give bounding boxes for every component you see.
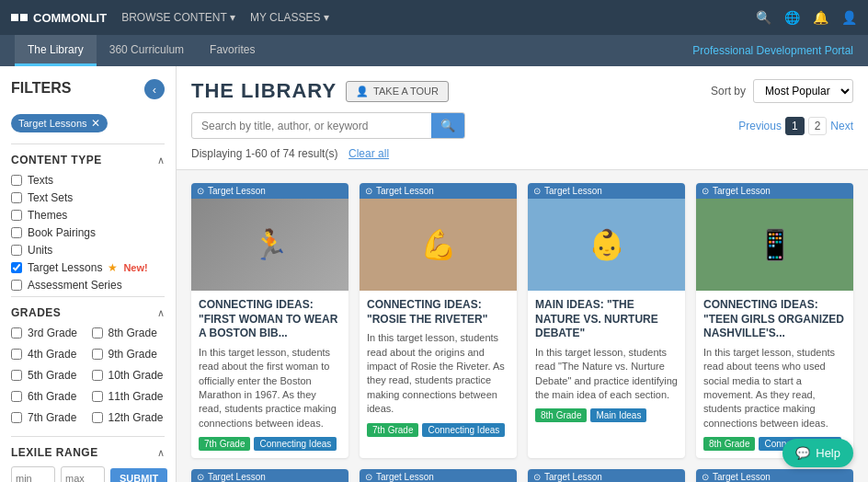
sort-select[interactable]: Most Popular bbox=[753, 79, 853, 103]
clear-all-link[interactable]: Clear all bbox=[348, 147, 389, 160]
star-icon: ★ bbox=[108, 261, 118, 274]
my-classes-nav[interactable]: MY CLASSES ▾ bbox=[250, 11, 329, 24]
help-icon: 💬 bbox=[795, 446, 810, 460]
lexile-inputs: SUBMIT bbox=[11, 466, 165, 482]
filter-text-sets[interactable]: Text Sets bbox=[11, 191, 165, 204]
target-lesson-icon-1: ⊙ bbox=[365, 186, 372, 196]
browse-content-nav[interactable]: BROWSE CONTENT ▾ bbox=[121, 11, 235, 24]
filter-assessment-series[interactable]: Assessment Series bbox=[11, 279, 165, 292]
filter-6th[interactable]: 6th Grade bbox=[11, 390, 85, 403]
search-box: 🔍 bbox=[191, 112, 465, 139]
filter-4th[interactable]: 4th Grade bbox=[11, 348, 85, 361]
card-0-label: ⊙ Target Lesson bbox=[191, 183, 348, 199]
page-2-button[interactable]: 2 bbox=[808, 117, 828, 135]
card-0-tag-1: Connecting Ideas bbox=[254, 437, 337, 451]
card-3-desc: In this target lesson, students read abo… bbox=[703, 346, 846, 430]
search-button[interactable]: 🔍 bbox=[431, 113, 464, 138]
card-0-image: 🏃 bbox=[191, 199, 348, 291]
filter-10th[interactable]: 10th Grade bbox=[92, 369, 166, 382]
active-filter-tag[interactable]: Target Lessons ✕ bbox=[11, 114, 108, 132]
lexile-min-input[interactable] bbox=[11, 466, 55, 482]
grades-items: 3rd Grade 8th Grade 4th Grade 9th Grade … bbox=[11, 327, 165, 436]
grades-header[interactable]: GRADES ∧ bbox=[11, 297, 165, 327]
logo-text: COMMONLIT bbox=[33, 11, 107, 25]
pro-dev-link[interactable]: Professional Development Portal bbox=[692, 44, 853, 57]
remove-filter-icon[interactable]: ✕ bbox=[91, 117, 100, 130]
page-1-button[interactable]: 1 bbox=[785, 117, 805, 135]
filter-texts[interactable]: Texts bbox=[11, 174, 165, 187]
main-layout: FILTERS ‹ Target Lessons ✕ CONTENT TYPE … bbox=[0, 66, 868, 482]
content-type-section: CONTENT TYPE ∧ Texts Text Sets Themes Bo… bbox=[11, 143, 165, 292]
card-2[interactable]: ⊙ Target Lesson 👶 MAIN IDEAS: "THE NATUR… bbox=[528, 183, 685, 458]
content-type-header[interactable]: CONTENT TYPE ∧ bbox=[11, 144, 165, 174]
person-icon: 👤 bbox=[356, 86, 369, 98]
card-2-tag-0: 8th Grade bbox=[535, 408, 587, 422]
filters-title: FILTERS bbox=[11, 80, 71, 97]
card-1[interactable]: ⊙ Target Lesson 💪 CONNECTING IDEAS: "ROS… bbox=[360, 183, 517, 458]
card-2-image: 👶 bbox=[528, 199, 685, 291]
card-4[interactable]: ⊙ Target Lesson 🐞 CAUSE AND bbox=[191, 469, 348, 482]
card-1-image: 💪 bbox=[360, 199, 517, 291]
filter-units[interactable]: Units bbox=[11, 244, 165, 257]
lexile-header[interactable]: LEXILE RANGE ∧ bbox=[11, 437, 165, 466]
card-3[interactable]: ⊙ Target Lesson 📱 CONNECTING IDEAS: "TEE… bbox=[696, 183, 853, 458]
search-icon[interactable]: 🔍 bbox=[756, 10, 771, 25]
globe-icon[interactable]: 🌐 bbox=[784, 10, 800, 25]
card-0-tag-0: 7th Grade bbox=[199, 437, 250, 451]
card-2-title: MAIN IDEAS: "THE NATURE VS. NURTURE DEBA… bbox=[535, 298, 678, 341]
search-input[interactable] bbox=[192, 115, 431, 137]
card-7[interactable]: ⊙ Target Lesson 🌲 bbox=[696, 469, 853, 482]
library-title-row: THE LIBRARY 👤 TAKE A TOUR Sort by Most P… bbox=[191, 79, 853, 103]
filter-book-pairings[interactable]: Book Pairings bbox=[11, 226, 165, 239]
help-button[interactable]: 💬 Help bbox=[782, 439, 853, 467]
card-5-label: ⊙ Target Lesson bbox=[360, 469, 517, 482]
card-2-desc: In this target lesson, students read "Th… bbox=[535, 346, 678, 403]
filter-5th[interactable]: 5th Grade bbox=[11, 369, 85, 382]
filter-9th[interactable]: 9th Grade bbox=[92, 348, 166, 361]
nav-left: COMMONLIT BROWSE CONTENT ▾ MY CLASSES ▾ bbox=[11, 11, 329, 25]
logo-square-2 bbox=[20, 14, 28, 21]
card-6[interactable]: ⊙ Target Lesson 👧 bbox=[528, 469, 685, 482]
card-0[interactable]: ⊙ Target Lesson 🏃 CONNECTING IDEAS: "FIR… bbox=[191, 183, 348, 458]
user-icon[interactable]: 👤 bbox=[841, 10, 857, 25]
card-5[interactable]: ⊙ Target Lesson 🚀 bbox=[360, 469, 517, 482]
filter-8th[interactable]: 8th Grade bbox=[92, 327, 166, 339]
grades-section: GRADES ∧ 3rd Grade 8th Grade 4th Grade 9… bbox=[11, 296, 165, 436]
target-lesson-icon-0: ⊙ bbox=[197, 186, 204, 196]
filter-target-lessons[interactable]: Target Lessons ★ New! bbox=[11, 261, 165, 274]
tab-library[interactable]: The Library bbox=[15, 35, 97, 66]
top-nav: COMMONLIT BROWSE CONTENT ▾ MY CLASSES ▾ … bbox=[0, 0, 868, 35]
card-3-title: CONNECTING IDEAS: "TEEN GIRLS ORGANIZED … bbox=[703, 298, 846, 341]
library-title: THE LIBRARY bbox=[191, 79, 337, 103]
take-tour-button[interactable]: 👤 TAKE A TOUR bbox=[346, 81, 449, 102]
lexile-submit-button[interactable]: SUBMIT bbox=[110, 468, 167, 482]
tab-favorites[interactable]: Favorites bbox=[197, 35, 268, 66]
content-type-chevron: ∧ bbox=[157, 155, 165, 166]
collapse-sidebar-button[interactable]: ‹ bbox=[144, 79, 165, 99]
card-7-label: ⊙ Target Lesson bbox=[696, 469, 853, 482]
filter-7th[interactable]: 7th Grade bbox=[11, 411, 85, 424]
sidebar: FILTERS ‹ Target Lessons ✕ CONTENT TYPE … bbox=[0, 66, 177, 482]
results-row: Displaying 1-60 of 74 result(s) Clear al… bbox=[191, 146, 853, 160]
bell-icon[interactable]: 🔔 bbox=[813, 10, 828, 25]
sub-nav: The Library 360 Curriculum Favorites Pro… bbox=[0, 35, 868, 66]
target-lesson-icon-4: ⊙ bbox=[197, 472, 204, 482]
target-lesson-icon-7: ⊙ bbox=[702, 472, 709, 482]
tab-360-curriculum[interactable]: 360 Curriculum bbox=[97, 35, 197, 66]
card-0-title: CONNECTING IDEAS: "FIRST WOMAN TO WEAR A… bbox=[199, 298, 341, 341]
next-page-button[interactable]: Next bbox=[830, 120, 853, 132]
results-text: Displaying 1-60 of 74 result(s) bbox=[191, 147, 337, 160]
card-1-desc: In this target lesson, students read abo… bbox=[367, 331, 509, 416]
card-1-label: ⊙ Target Lesson bbox=[360, 183, 517, 199]
filter-themes[interactable]: Themes bbox=[11, 209, 165, 222]
card-1-tag-1: Connecting Ideas bbox=[422, 423, 505, 437]
cards-grid: ⊙ Target Lesson 🏃 CONNECTING IDEAS: "FIR… bbox=[177, 170, 868, 482]
card-2-label: ⊙ Target Lesson bbox=[528, 183, 685, 199]
lexile-max-input[interactable] bbox=[61, 466, 105, 482]
card-0-body: CONNECTING IDEAS: "FIRST WOMAN TO WEAR A… bbox=[191, 291, 348, 458]
prev-page-button[interactable]: Previous bbox=[738, 120, 782, 132]
filter-12th[interactable]: 12th Grade bbox=[92, 411, 166, 424]
content-area: THE LIBRARY 👤 TAKE A TOUR Sort by Most P… bbox=[177, 66, 868, 482]
filter-3rd[interactable]: 3rd Grade bbox=[11, 327, 85, 339]
filter-11th[interactable]: 11th Grade bbox=[92, 390, 166, 403]
